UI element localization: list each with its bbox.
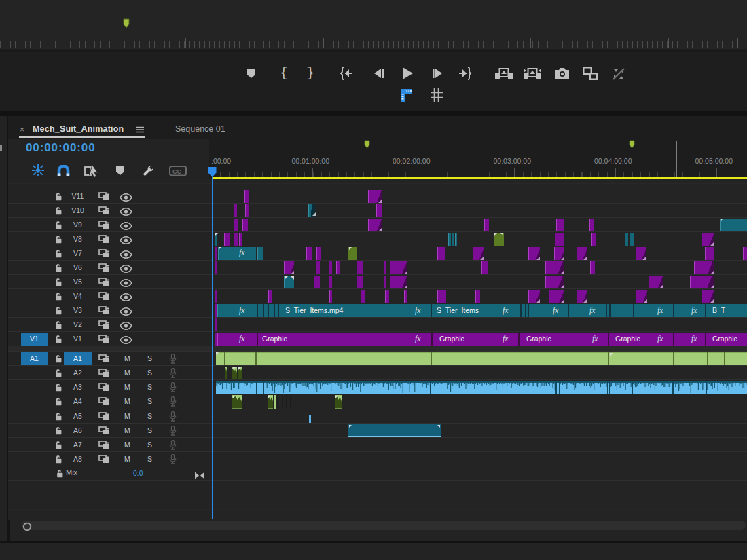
svg-text:CC: CC bbox=[172, 168, 181, 175]
